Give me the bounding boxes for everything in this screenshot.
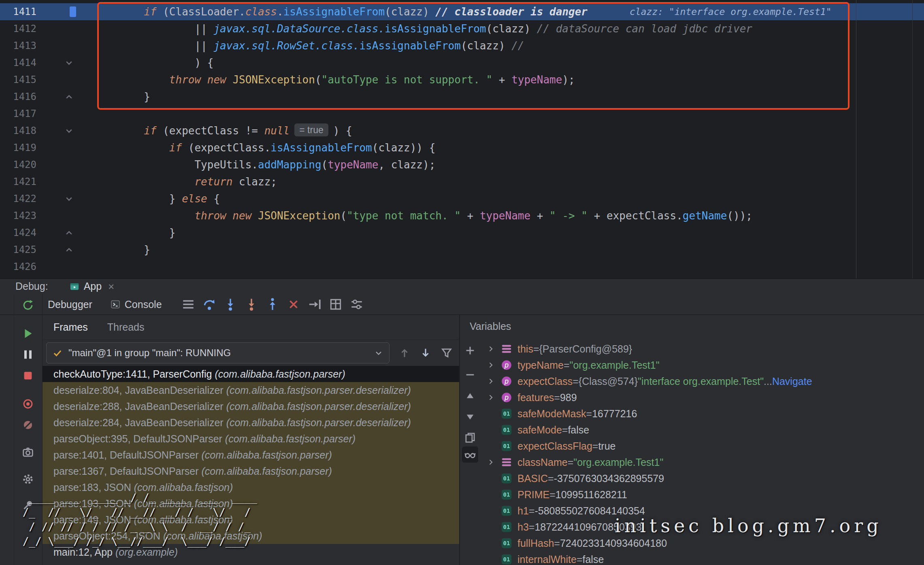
- code-line[interactable]: 1421 return clazz;: [0, 173, 924, 190]
- tab-threads[interactable]: Threads: [107, 321, 145, 333]
- code-editor[interactable]: 1411 if (ClassLoader.class.isAssignableF…: [0, 0, 924, 278]
- settings-icon[interactable]: [22, 473, 34, 485]
- line-number[interactable]: 1411: [0, 3, 39, 20]
- new-watch-icon[interactable]: [464, 344, 476, 357]
- line-number[interactable]: 1426: [0, 258, 39, 275]
- line-number[interactable]: 1420: [0, 156, 39, 173]
- expand-chevron-icon[interactable]: [487, 389, 500, 406]
- variable-row[interactable]: 01safeMode = false: [480, 422, 924, 438]
- line-number[interactable]: 1425: [0, 241, 39, 258]
- line-number[interactable]: 1414: [0, 54, 39, 71]
- code-line[interactable]: 1411 if (ClassLoader.class.isAssignableF…: [0, 3, 924, 20]
- line-number[interactable]: 1423: [0, 207, 39, 224]
- thread-selector[interactable]: "main"@1 in group "main": RUNNING: [46, 342, 390, 363]
- variable-row[interactable]: 01safeModeMask = 16777216: [480, 406, 924, 422]
- fold-open-icon[interactable]: [64, 194, 74, 204]
- chevron-down-icon[interactable]: [374, 348, 383, 358]
- line-number[interactable]: 1422: [0, 190, 39, 207]
- rerun-icon[interactable]: [22, 299, 34, 311]
- stop-icon[interactable]: [22, 370, 34, 382]
- gutter[interactable]: [39, 37, 93, 54]
- variable-row[interactable]: 01internalWhite = false: [480, 551, 924, 565]
- fold-open-icon[interactable]: [64, 126, 74, 136]
- variable-row[interactable]: 01h3 = 1872244109670850393: [480, 519, 924, 535]
- stack-frame-row[interactable]: parse:183, JSON (com.alibaba.fastjson): [42, 479, 459, 495]
- gutter[interactable]: [39, 224, 93, 241]
- previous-frame-icon[interactable]: [398, 347, 411, 359]
- close-icon[interactable]: ×: [108, 281, 114, 292]
- gutter[interactable]: [39, 139, 93, 156]
- line-number[interactable]: 1416: [0, 88, 39, 105]
- gutter[interactable]: [39, 122, 93, 139]
- variable-row[interactable]: 01BASIC = -3750763034362895579: [480, 470, 924, 486]
- fold-close-icon[interactable]: [64, 245, 74, 255]
- layout-settings-icon[interactable]: [181, 297, 195, 311]
- resume-icon[interactable]: [22, 327, 34, 340]
- camera-icon[interactable]: [22, 446, 34, 458]
- code-line[interactable]: 1420 TypeUtils.addMapping(typeName, claz…: [0, 156, 924, 173]
- expand-chevron-icon[interactable]: [487, 373, 500, 389]
- fold-open-icon[interactable]: [64, 58, 74, 68]
- drop-frame-icon[interactable]: [287, 297, 300, 311]
- code-line[interactable]: 1412 || javax.sql.DataSource.class.isAss…: [0, 20, 924, 37]
- stack-frame-row[interactable]: checkAutoType:1411, ParserConfig (com.al…: [42, 366, 459, 382]
- tab-frames[interactable]: Frames: [53, 321, 88, 333]
- code-line[interactable]: 1416 }: [0, 88, 924, 105]
- step-out-icon[interactable]: [266, 297, 279, 311]
- step-into-icon[interactable]: [224, 297, 237, 311]
- expand-chevron-icon[interactable]: [487, 454, 500, 470]
- line-number[interactable]: 1421: [0, 173, 39, 190]
- stack-frame-row[interactable]: parse:149, JSON (com.alibaba.fastjson): [42, 512, 459, 528]
- stepping-settings-icon[interactable]: [350, 297, 364, 311]
- code-line[interactable]: 1422 } else {: [0, 190, 924, 207]
- variable-row[interactable]: pexpectClass = {Class@574} "interface or…: [480, 373, 924, 389]
- fold-close-icon[interactable]: [64, 92, 74, 102]
- line-number[interactable]: 1419: [0, 139, 39, 156]
- gutter[interactable]: [39, 241, 93, 258]
- step-over-icon[interactable]: [202, 297, 216, 311]
- gutter[interactable]: [39, 3, 93, 20]
- move-down-icon[interactable]: [464, 411, 476, 423]
- code-line[interactable]: 1425 }: [0, 241, 924, 258]
- variable-row[interactable]: className = "org.example.Test1": [480, 454, 924, 470]
- stack-frame-row[interactable]: parse:1401, DefaultJSONParser (com.aliba…: [42, 447, 459, 463]
- tab-debugger[interactable]: Debugger: [48, 299, 92, 310]
- run-to-cursor-icon[interactable]: [308, 297, 321, 311]
- gutter[interactable]: [39, 173, 93, 190]
- code-line[interactable]: 1417: [0, 105, 924, 122]
- show-watches-icon[interactable]: [462, 446, 478, 463]
- tab-console[interactable]: Console: [110, 299, 162, 310]
- gutter[interactable]: [39, 258, 93, 275]
- stack-frame-row[interactable]: deserialze:288, JavaBeanDeserializer (co…: [42, 398, 459, 414]
- code-line[interactable]: 1424 }: [0, 224, 924, 241]
- line-number[interactable]: 1413: [0, 37, 39, 54]
- variable-row[interactable]: 01expectClassFlag = true: [480, 438, 924, 454]
- expand-chevron-icon[interactable]: [487, 341, 500, 357]
- code-line[interactable]: 1426: [0, 258, 924, 275]
- code-line[interactable]: 1418 if (expectClass != null= true) {: [0, 122, 924, 139]
- force-step-into-icon[interactable]: [245, 297, 258, 311]
- code-line[interactable]: 1413 || javax.sql.RowSet.class.isAssigna…: [0, 37, 924, 54]
- stack-frame-row[interactable]: parseObject:254, JSON (com.alibaba.fastj…: [42, 528, 459, 544]
- remove-watch-icon[interactable]: [464, 369, 476, 381]
- code-line[interactable]: 1423 throw new JSONException("type not m…: [0, 207, 924, 224]
- line-number[interactable]: 1417: [0, 105, 39, 122]
- pause-icon[interactable]: [22, 348, 34, 361]
- variable-row[interactable]: this = {ParserConfig@589}: [480, 341, 924, 357]
- line-number[interactable]: 1412: [0, 20, 39, 37]
- line-number[interactable]: 1424: [0, 224, 39, 241]
- variable-row[interactable]: ptypeName = "org.example.Test1": [480, 357, 924, 373]
- code-line[interactable]: 1419 if (expectClass.isAssignableFrom(cl…: [0, 139, 924, 156]
- hide-library-frames-icon[interactable]: [441, 347, 453, 359]
- gutter[interactable]: [39, 190, 93, 207]
- gutter[interactable]: [39, 20, 93, 37]
- mute-breakpoints-icon[interactable]: [22, 419, 34, 431]
- fold-close-icon[interactable]: [64, 228, 74, 238]
- gutter[interactable]: [39, 88, 93, 105]
- duplicate-icon[interactable]: [464, 432, 476, 444]
- stack-frame-row[interactable]: deserialze:284, JavaBeanDeserializer (co…: [42, 414, 459, 431]
- variable-row[interactable]: pfeatures = 989: [480, 389, 924, 406]
- line-number[interactable]: 1418: [0, 122, 39, 139]
- variable-row[interactable]: 01PRIME = 1099511628211: [480, 486, 924, 503]
- stack-frame-row[interactable]: deserialze:804, JavaBeanDeserializer (co…: [42, 382, 459, 398]
